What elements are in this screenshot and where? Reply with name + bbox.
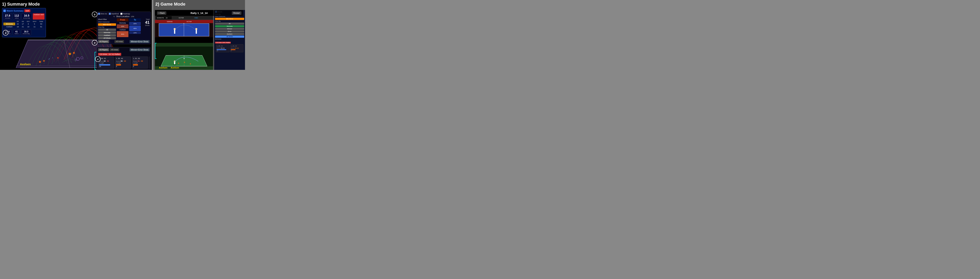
svg-text:22: 22 [166,17,167,19]
total-shots: 41 [142,21,150,24]
svg-point-8 [43,60,45,62]
win-error-btn[interactable]: Win+Error [98,23,116,26]
restart-button[interactable]: Restart [232,11,242,15]
g1-rallies-stat: 41 rallies [13,30,20,35]
heatmap-checkbox[interactable]: Heatmap [120,13,130,15]
from-column: From Momota 23% Axelsen 50% [117,18,128,39]
game-axelsen-btn[interactable]: Axelsen [215,33,244,35]
shot-arc-label: Shot Arc [100,13,107,15]
rally-list-panel: All Players All Areas Winner+Error Shots… [97,47,151,70]
rally-card-1-00-02[interactable]: 1_00_02 Score 00 - 02 Length 9 [115,57,131,69]
momota-filter-btn[interactable]: Momota [98,31,116,34]
rally-card-title-1-00-01: 1_00_01 [99,57,113,59]
momota-g2: 17 [21,22,25,25]
refresh-icon[interactable]: ↻ [113,16,115,17]
split-button[interactable]: Split [24,10,30,12]
all-shots-btn[interactable]: All Shots [98,37,116,39]
rally-card-title-1-00-02: 1_00_02 [116,57,130,59]
axelsen-from: Axelsen [117,29,128,31]
shot-filter-label: Shot Filter [98,18,116,21]
minutes-stat: 27.8 minutes [3,13,12,19]
to-bar-3: 14% [129,32,141,34]
svg-text:↑: ↑ [52,56,53,59]
svg-point-12 [76,57,80,60]
panel-buttons-row: All Players All Areas Winner+Error Shots [98,48,150,51]
length-val-1-01-02: 9 [133,65,147,67]
game-momota-btn[interactable]: Momota [215,25,244,27]
all-players-btn[interactable]: All Players [98,40,109,43]
g2-header: G2 [21,21,25,22]
axelsen-filter-btn[interactable]: Axelsen [98,34,116,36]
to-bar-2: 49% [129,25,141,31]
game-mode-panel: 2) Game Mode < Back Rally 1_14_14 Restar… [153,0,245,70]
game-winner-btn[interactable]: Winner [215,28,244,30]
svg-rect-18 [159,24,209,36]
shots-header-badge: <10 shots 19 / 41 Rallies [98,53,121,55]
back-button[interactable]: < Back [157,11,166,15]
game-all-btn[interactable]: All [215,22,244,25]
axelsen-from-bar: 50% [117,31,128,37]
from-header: From [117,18,128,21]
game-shots-header: <10 shots 19/41 Rallies [215,42,231,43]
separator [152,0,153,70]
momota-g1: 22 [15,22,20,25]
panel-all-players[interactable]: All Players [98,48,109,51]
summary-mode-panel: 1) Summary Mode [0,0,152,70]
momota-from-bar: 23% [117,24,128,29]
svg-point-25 [173,34,176,35]
axelsen-won-badge: Axelsen won [33,13,45,19]
game-header-bar: < Back Rally 1_14_14 Restart [155,10,243,16]
checkbox-row-top: Shot Arc Start/End Heatmap [98,13,150,15]
game-mini-card-1-00-02[interactable]: 1_00_02 Score 00-02 9 [230,44,243,52]
axelsen-total: 61 [38,25,45,28]
score-row-1-00-01: Score 00 - 01 [99,60,113,62]
all-btn[interactable]: All [98,29,116,31]
game-rally-mini-cards: 1_00_01 Score 00-01 28 1_00_02 Score 00-… [215,44,244,53]
axelsen-label-game-right: Axelsen [171,67,179,69]
momota-row: Momota 22 17 6 5 50 [3,22,45,25]
length-val-1-00-02: 9 [116,65,130,67]
from-to-section: Shot Filter Shot Outcome Win+Error Shot … [98,18,150,39]
svg-point-54 [184,62,185,63]
to-column: To 20% 49% 14% [129,18,141,39]
rally-card-1-01-03[interactable]: 1_01_03 Score 01 - 03 Length ≡ [149,57,150,69]
svg-point-56 [178,63,179,64]
start-end-cb-icon [109,13,111,15]
game-3d-section: MOMOTA 22 VICTOR HSBC ODENSE VICTOR [155,10,213,70]
match-stats-table: G1 G2 G3 I G3 II Total Momota 22 17 6 5 … [3,21,45,28]
game-all-shots-btn[interactable]: All Shots [215,35,244,38]
total-header: Total [38,21,45,22]
axelsen-g3i: 10 [25,25,31,28]
rally-cards-row: 1_00_01 Score 00 - 01 Length 28 1_00_02 … [98,57,150,69]
svg-rect-52 [174,62,175,64]
axelsen-row: Axelsen 19 21 10 11 61 [3,25,45,28]
svg-point-11 [57,57,59,59]
axelsen-g2: 21 [21,25,25,28]
svg-rect-26 [174,30,175,34]
game-areas-label: All Areas [215,38,244,40]
match-summary-header: ■ Match Summary Split [3,10,45,12]
g3ii-header: G3 II [31,21,38,22]
svg-rect-38 [155,20,213,23]
game-mini-card-1-00-01[interactable]: 1_00_01 Score 00-01 28 [216,44,229,52]
score-row-1-01-02: Score 01 - 02 [133,60,147,62]
momota-g3ii: 5 [31,22,38,25]
shot-arc-cb-icon [98,13,100,15]
svg-line-2 [64,40,70,68]
axelsen-g3ii: 11 [31,25,38,28]
svg-point-10 [73,52,75,54]
svg-text:↗: ↗ [48,58,50,60]
all-areas-btn[interactable]: All Areas [115,40,124,43]
shot-filter-panel: Shot Arc Start/End Heatmap ↻ Shot Locati… [97,11,151,44]
length-val-1-00-01: 28 [99,65,113,67]
rally-card-1-01-02[interactable]: 1_01_02 Score 01 - 02 Length 9 [132,57,148,69]
shot-location-row: ↻ Shot Location 1/96 [98,15,150,17]
g1-footer: 11.5 minutes 41 rallies 18.3 shots/rally [3,29,45,35]
to-header: To [129,18,141,21]
shot-arc-checkbox[interactable]: Shot Arc [98,13,107,15]
panel-all-areas[interactable]: All Areas [110,48,119,51]
start-end-checkbox[interactable]: Start/End [109,13,119,15]
game-win-error-btn[interactable]: Win+Error [215,18,244,20]
total-section: Total 41 Shots [142,18,150,39]
game-error-btn[interactable]: Error [215,30,244,33]
